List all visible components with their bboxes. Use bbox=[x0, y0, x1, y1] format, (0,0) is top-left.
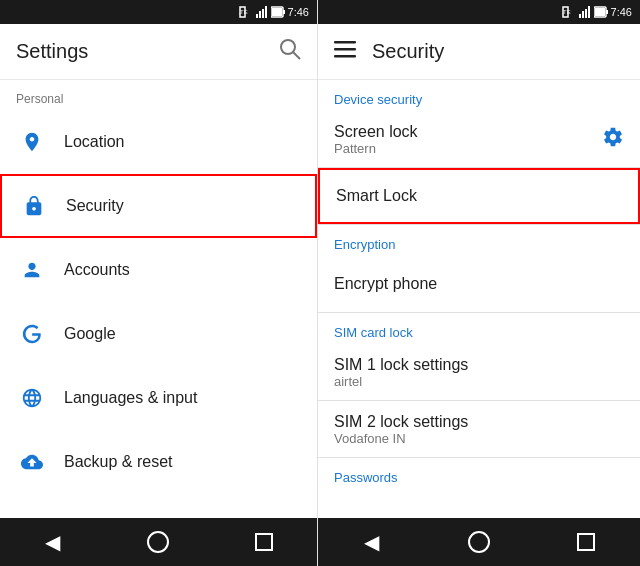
screen-lock-title: Screen lock bbox=[334, 123, 418, 141]
svg-rect-21 bbox=[595, 8, 605, 16]
sidebar-item-security[interactable]: Security bbox=[0, 174, 317, 238]
svg-rect-18 bbox=[588, 6, 590, 18]
sim1-lock-item[interactable]: SIM 1 lock settings airtel bbox=[318, 344, 640, 400]
sidebar-item-google[interactable]: Google bbox=[0, 302, 317, 366]
svg-rect-4 bbox=[262, 9, 264, 18]
svg-rect-23 bbox=[334, 48, 356, 51]
svg-rect-8 bbox=[272, 8, 282, 16]
right-toolbar: Security bbox=[318, 24, 640, 80]
left-toolbar-title: Settings bbox=[16, 40, 279, 63]
sim-icon: LTE bbox=[239, 6, 253, 18]
svg-rect-24 bbox=[334, 55, 356, 58]
sidebar-item-languages[interactable]: Languages & input bbox=[0, 366, 317, 430]
accounts-label: Accounts bbox=[64, 261, 130, 279]
lock-icon bbox=[18, 190, 50, 222]
sidebar-item-accounts[interactable]: Accounts bbox=[0, 238, 317, 302]
security-item-text: Security bbox=[66, 197, 124, 215]
home-button[interactable] bbox=[133, 518, 183, 566]
google-item-text: Google bbox=[64, 325, 116, 343]
sim1-lock-text: SIM 1 lock settings airtel bbox=[334, 348, 468, 397]
sim2-lock-title: SIM 2 lock settings bbox=[334, 413, 468, 431]
svg-rect-22 bbox=[334, 41, 356, 44]
svg-rect-7 bbox=[283, 10, 285, 14]
left-status-bar: LTE 7:46 bbox=[0, 0, 317, 24]
svg-text:LTE: LTE bbox=[562, 9, 571, 15]
right-time: 7:46 bbox=[611, 6, 632, 18]
device-security-header: Device security bbox=[318, 80, 640, 111]
right-status-bar: LTE 7:46 bbox=[318, 0, 640, 24]
right-panel: LTE 7:46 Security bbox=[318, 0, 640, 566]
left-panel: LTE 7:46 Settings Personal bbox=[0, 0, 318, 566]
right-signal-icon bbox=[579, 6, 591, 18]
svg-rect-5 bbox=[265, 6, 267, 18]
svg-rect-2 bbox=[256, 14, 258, 18]
right-home-button[interactable] bbox=[454, 518, 504, 566]
screen-lock-item[interactable]: Screen lock Pattern bbox=[318, 111, 640, 167]
svg-rect-16 bbox=[582, 11, 584, 18]
right-recent-button[interactable] bbox=[561, 518, 611, 566]
menu-icon[interactable] bbox=[334, 38, 356, 65]
back-button[interactable]: ◀ bbox=[28, 518, 78, 566]
battery-icon bbox=[271, 6, 285, 18]
svg-rect-3 bbox=[259, 11, 261, 18]
sim2-lock-text: SIM 2 lock settings Vodafone IN bbox=[334, 405, 468, 454]
right-battery-icon bbox=[594, 6, 608, 18]
svg-line-10 bbox=[293, 52, 300, 59]
accounts-item-text: Accounts bbox=[64, 261, 130, 279]
svg-point-25 bbox=[469, 532, 489, 552]
right-toolbar-title: Security bbox=[372, 40, 624, 63]
gear-icon[interactable] bbox=[602, 126, 624, 153]
google-label: Google bbox=[64, 325, 116, 343]
left-time: 7:46 bbox=[288, 6, 309, 18]
smart-lock-item[interactable]: Smart Lock bbox=[318, 168, 640, 224]
location-icon bbox=[16, 126, 48, 158]
languages-item-text: Languages & input bbox=[64, 389, 197, 407]
encrypt-phone-item[interactable]: Encrypt phone bbox=[318, 256, 640, 312]
svg-rect-20 bbox=[606, 10, 608, 14]
left-status-icons: LTE 7:46 bbox=[239, 6, 309, 18]
right-status-icons: LTE 7:46 bbox=[562, 6, 632, 18]
right-sim-icon: LTE bbox=[562, 6, 576, 18]
sim1-lock-title: SIM 1 lock settings bbox=[334, 356, 468, 374]
svg-point-11 bbox=[148, 532, 168, 552]
sim2-lock-item[interactable]: SIM 2 lock settings Vodafone IN bbox=[318, 401, 640, 457]
location-label: Location bbox=[64, 133, 125, 151]
screen-lock-text: Screen lock Pattern bbox=[334, 115, 418, 164]
left-nav-bar: ◀ bbox=[0, 518, 317, 566]
encryption-header: Encryption bbox=[318, 225, 640, 256]
sim2-lock-subtitle: Vodafone IN bbox=[334, 431, 468, 446]
screen-lock-subtitle: Pattern bbox=[334, 141, 418, 156]
right-back-button[interactable]: ◀ bbox=[347, 518, 397, 566]
right-nav-bar: ◀ bbox=[318, 518, 640, 566]
search-icon[interactable] bbox=[279, 38, 301, 66]
svg-rect-15 bbox=[579, 14, 581, 18]
left-list: Personal Location Security bbox=[0, 80, 317, 518]
google-icon bbox=[16, 318, 48, 350]
svg-rect-17 bbox=[585, 9, 587, 18]
personal-section-header: Personal bbox=[0, 80, 317, 110]
language-icon bbox=[16, 382, 48, 414]
sim1-lock-subtitle: airtel bbox=[334, 374, 468, 389]
smart-lock-text: Smart Lock bbox=[336, 179, 417, 213]
svg-rect-26 bbox=[578, 534, 594, 550]
backup-item-text: Backup & reset bbox=[64, 453, 173, 471]
person-icon bbox=[16, 254, 48, 286]
right-list: Device security Screen lock Pattern Smar… bbox=[318, 80, 640, 518]
svg-rect-12 bbox=[256, 534, 272, 550]
backup-label: Backup & reset bbox=[64, 453, 173, 471]
sidebar-item-backup[interactable]: Backup & reset bbox=[0, 430, 317, 494]
svg-text:LTE: LTE bbox=[239, 9, 248, 15]
svg-point-9 bbox=[281, 40, 295, 54]
smart-lock-title: Smart Lock bbox=[336, 187, 417, 205]
encrypt-phone-text: Encrypt phone bbox=[334, 267, 437, 301]
left-toolbar: Settings bbox=[0, 24, 317, 80]
signal-icon bbox=[256, 6, 268, 18]
security-label: Security bbox=[66, 197, 124, 215]
location-item-text: Location bbox=[64, 133, 125, 151]
encrypt-phone-title: Encrypt phone bbox=[334, 275, 437, 293]
passwords-header: Passwords bbox=[318, 458, 640, 489]
sidebar-item-location[interactable]: Location bbox=[0, 110, 317, 174]
backup-icon bbox=[16, 446, 48, 478]
sim-card-lock-header: SIM card lock bbox=[318, 313, 640, 344]
recent-button[interactable] bbox=[239, 518, 289, 566]
